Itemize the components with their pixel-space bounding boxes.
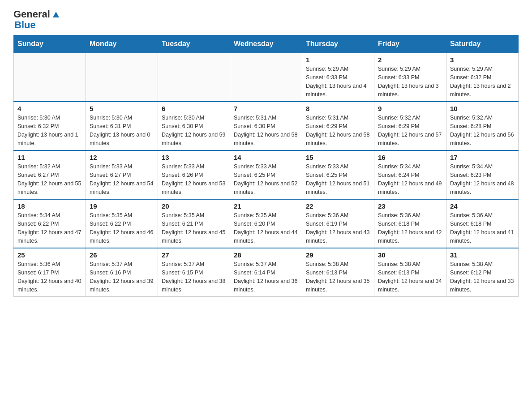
calendar-cell: 6Sunrise: 5:30 AM Sunset: 6:30 PM Daylig… [158,102,230,150]
logo-blue: Blue [14,19,36,30]
day-info: Sunrise: 5:38 AM Sunset: 6:13 PM Dayligh… [378,260,442,294]
calendar-cell: 27Sunrise: 5:37 AM Sunset: 6:15 PM Dayli… [158,248,230,297]
header-row: SundayMondayTuesdayWednesdayThursdayFrid… [14,35,519,53]
day-number: 1 [306,56,370,64]
calendar-cell: 31Sunrise: 5:38 AM Sunset: 6:12 PM Dayli… [446,248,519,297]
day-info: Sunrise: 5:35 AM Sunset: 6:20 PM Dayligh… [234,211,298,245]
logo: General Blue [13,9,61,30]
calendar-cell: 22Sunrise: 5:36 AM Sunset: 6:19 PM Dayli… [302,199,374,248]
calendar-cell: 10Sunrise: 5:32 AM Sunset: 6:28 PM Dayli… [446,102,519,150]
day-info: Sunrise: 5:33 AM Sunset: 6:25 PM Dayligh… [234,163,298,196]
day-info: Sunrise: 5:29 AM Sunset: 6:33 PM Dayligh… [306,65,370,98]
day-number: 15 [306,154,370,161]
day-info: Sunrise: 5:33 AM Sunset: 6:25 PM Dayligh… [306,163,370,196]
day-number: 26 [90,251,154,259]
calendar-cell: 25Sunrise: 5:36 AM Sunset: 6:17 PM Dayli… [14,248,86,297]
day-info: Sunrise: 5:31 AM Sunset: 6:30 PM Dayligh… [234,114,298,147]
day-number: 22 [306,202,370,210]
calendar-cell: 26Sunrise: 5:37 AM Sunset: 6:16 PM Dayli… [86,248,158,297]
calendar-week-4: 18Sunrise: 5:34 AM Sunset: 6:22 PM Dayli… [14,199,519,248]
day-info: Sunrise: 5:37 AM Sunset: 6:15 PM Dayligh… [162,260,226,294]
day-number: 14 [234,154,298,161]
calendar-week-3: 11Sunrise: 5:32 AM Sunset: 6:27 PM Dayli… [14,150,519,199]
day-info: Sunrise: 5:29 AM Sunset: 6:33 PM Dayligh… [378,65,442,98]
day-number: 12 [90,154,154,161]
column-header-sunday: Sunday [14,35,86,53]
day-number: 23 [378,202,442,210]
calendar-header: SundayMondayTuesdayWednesdayThursdayFrid… [14,35,519,53]
day-number: 21 [234,202,298,210]
column-header-monday: Monday [86,35,158,53]
column-header-friday: Friday [374,35,446,53]
day-number: 16 [378,154,442,161]
calendar-cell: 20Sunrise: 5:35 AM Sunset: 6:21 PM Dayli… [158,199,230,248]
day-number: 7 [234,105,298,112]
calendar-body: 1Sunrise: 5:29 AM Sunset: 6:33 PM Daylig… [14,53,519,297]
day-number: 25 [17,251,82,259]
logo-text-block: General Blue [13,9,61,30]
calendar-cell: 16Sunrise: 5:34 AM Sunset: 6:24 PM Dayli… [374,150,446,199]
calendar-cell [86,53,158,102]
day-number: 3 [450,56,515,64]
calendar-cell: 2Sunrise: 5:29 AM Sunset: 6:33 PM Daylig… [374,53,446,102]
day-number: 6 [162,105,226,112]
day-number: 28 [234,251,298,259]
day-info: Sunrise: 5:29 AM Sunset: 6:32 PM Dayligh… [450,65,515,98]
day-info: Sunrise: 5:37 AM Sunset: 6:14 PM Dayligh… [234,260,298,294]
calendar-cell: 24Sunrise: 5:36 AM Sunset: 6:18 PM Dayli… [446,199,519,248]
calendar-cell [158,53,230,102]
day-info: Sunrise: 5:38 AM Sunset: 6:13 PM Dayligh… [306,260,370,294]
calendar-cell [230,53,302,102]
day-info: Sunrise: 5:32 AM Sunset: 6:29 PM Dayligh… [378,114,442,147]
calendar-cell: 11Sunrise: 5:32 AM Sunset: 6:27 PM Dayli… [14,150,86,199]
logo-general: General [13,9,50,20]
calendar-week-2: 4Sunrise: 5:30 AM Sunset: 6:32 PM Daylig… [14,102,519,150]
day-number: 31 [450,251,515,259]
day-number: 10 [450,105,515,112]
column-header-saturday: Saturday [446,35,519,53]
day-info: Sunrise: 5:30 AM Sunset: 6:32 PM Dayligh… [17,114,82,147]
calendar-cell: 17Sunrise: 5:34 AM Sunset: 6:23 PM Dayli… [446,150,519,199]
logo-triangle-icon [51,9,61,19]
day-info: Sunrise: 5:36 AM Sunset: 6:19 PM Dayligh… [306,211,370,245]
day-info: Sunrise: 5:34 AM Sunset: 6:23 PM Dayligh… [450,163,515,196]
day-number: 20 [162,202,226,210]
day-number: 24 [450,202,515,210]
calendar-cell: 1Sunrise: 5:29 AM Sunset: 6:33 PM Daylig… [302,53,374,102]
day-info: Sunrise: 5:36 AM Sunset: 6:18 PM Dayligh… [450,211,515,245]
day-info: Sunrise: 5:33 AM Sunset: 6:26 PM Dayligh… [162,163,226,196]
svg-marker-0 [53,12,59,17]
calendar-cell [14,53,86,102]
day-info: Sunrise: 5:32 AM Sunset: 6:27 PM Dayligh… [17,163,82,196]
calendar-cell: 9Sunrise: 5:32 AM Sunset: 6:29 PM Daylig… [374,102,446,150]
day-info: Sunrise: 5:34 AM Sunset: 6:22 PM Dayligh… [17,211,82,245]
calendar-cell: 15Sunrise: 5:33 AM Sunset: 6:25 PM Dayli… [302,150,374,199]
day-number: 2 [378,56,442,64]
calendar-cell: 4Sunrise: 5:30 AM Sunset: 6:32 PM Daylig… [14,102,86,150]
day-info: Sunrise: 5:33 AM Sunset: 6:27 PM Dayligh… [90,163,154,196]
day-info: Sunrise: 5:37 AM Sunset: 6:16 PM Dayligh… [90,260,154,294]
calendar-week-5: 25Sunrise: 5:36 AM Sunset: 6:17 PM Dayli… [14,248,519,297]
day-info: Sunrise: 5:35 AM Sunset: 6:22 PM Dayligh… [90,211,154,245]
day-number: 27 [162,251,226,259]
calendar-cell: 28Sunrise: 5:37 AM Sunset: 6:14 PM Dayli… [230,248,302,297]
column-header-thursday: Thursday [302,35,374,53]
day-number: 30 [378,251,442,259]
day-number: 5 [90,105,154,112]
day-info: Sunrise: 5:30 AM Sunset: 6:30 PM Dayligh… [162,114,226,147]
column-header-tuesday: Tuesday [158,35,230,53]
day-number: 17 [450,154,515,161]
calendar-cell: 8Sunrise: 5:31 AM Sunset: 6:29 PM Daylig… [302,102,374,150]
day-number: 13 [162,154,226,161]
calendar-cell: 29Sunrise: 5:38 AM Sunset: 6:13 PM Dayli… [302,248,374,297]
day-info: Sunrise: 5:38 AM Sunset: 6:12 PM Dayligh… [450,260,515,294]
calendar-cell: 19Sunrise: 5:35 AM Sunset: 6:22 PM Dayli… [86,199,158,248]
day-number: 4 [17,105,82,112]
calendar-cell: 21Sunrise: 5:35 AM Sunset: 6:20 PM Dayli… [230,199,302,248]
calendar-cell: 23Sunrise: 5:36 AM Sunset: 6:18 PM Dayli… [374,199,446,248]
day-number: 18 [17,202,82,210]
calendar-cell: 14Sunrise: 5:33 AM Sunset: 6:25 PM Dayli… [230,150,302,199]
day-info: Sunrise: 5:31 AM Sunset: 6:29 PM Dayligh… [306,114,370,147]
day-info: Sunrise: 5:36 AM Sunset: 6:17 PM Dayligh… [17,260,82,294]
calendar-cell: 30Sunrise: 5:38 AM Sunset: 6:13 PM Dayli… [374,248,446,297]
